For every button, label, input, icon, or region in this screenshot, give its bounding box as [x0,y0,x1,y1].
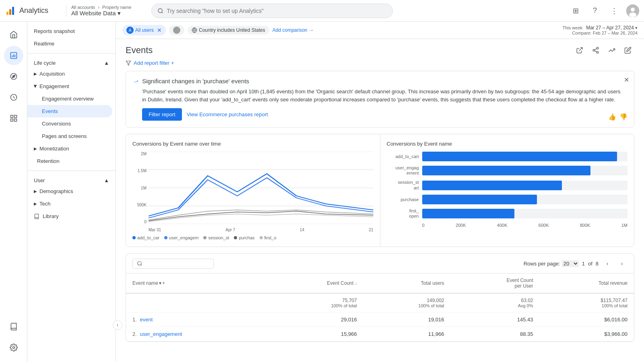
table-body: 75,707 100% of total 149,002 100% of tot… [126,293,634,341]
page-current: 1 [582,261,585,267]
nav-events[interactable]: Events [27,105,112,117]
nav-monetization[interactable]: ▶ Monetization [27,142,116,155]
sidebar-data[interactable] [4,109,23,128]
bar-chart-container: Conversions by Event name add_to_cart us… [380,134,634,247]
add-col-icon[interactable]: + [162,280,165,286]
col-total-revenue[interactable]: Total revenue [539,274,634,293]
lifecycle-section-header[interactable]: Life cycle ▲ [27,57,116,68]
filter-col-icon[interactable]: ▾ [159,280,161,286]
sidebar-reports[interactable] [4,46,23,65]
nav-retention[interactable]: Retention [27,155,116,167]
col-event-name[interactable]: Event name ▾ + [126,274,267,293]
table-search[interactable] [132,259,214,269]
thumbs-down-icon[interactable]: 👎 [619,113,627,121]
svg-rect-18 [14,119,17,121]
svg-rect-17 [10,119,13,121]
svg-point-23 [597,47,599,49]
sidebar-settings[interactable] [4,338,23,357]
table-search-input[interactable] [145,261,209,267]
share2-icon[interactable] [589,44,602,57]
table-toolbar: Rows per page: 20 50 100 1 of 8 ‹ › [126,254,634,274]
line-chart-container: Conversions by Event name over time 2M 1… [126,134,380,247]
svg-point-3 [158,8,162,12]
sidebar-home[interactable] [4,25,23,44]
y-axis: 2M 1.5M 1M 500K 0 [132,152,147,224]
nav-acquisition[interactable]: ▶ Acquisition [27,68,116,80]
all-users-avatar: A [126,27,134,34]
insight-card: Significant changes in 'purchase' events… [126,71,634,128]
nav-conversions[interactable]: Conversions [27,117,112,130]
nav-realtime[interactable]: Realtime [27,37,116,50]
trend-icon[interactable] [605,44,618,57]
svg-marker-13 [12,75,15,78]
add-comparison-btn[interactable]: Add comparison → [272,27,314,33]
app-title: Analytics [19,6,48,15]
share-icon[interactable] [573,44,586,57]
svg-point-24 [593,49,595,51]
date-range-selector[interactable]: This week Mar 27 – Apr 27, 2024 ▾ Compar… [562,25,638,35]
sidebar-advertising[interactable] [4,88,23,107]
table-search-icon [137,261,142,266]
search-bar[interactable] [151,4,393,18]
nav-sidebar: Reports snapshot Realtime Life cycle ▲ ▶… [27,22,116,362]
col-event-per-user[interactable]: Event Countper User [451,274,540,293]
property-selector[interactable]: All accounts › Property name All Website… [66,5,147,17]
all-users-chip[interactable]: A All users ✕ [122,25,166,35]
nav-reports-snapshot[interactable]: Reports snapshot [27,25,116,37]
remove-all-users-chip[interactable]: ✕ [157,27,162,33]
thumbs-up-icon[interactable]: 👍 [608,113,616,121]
next-page-button[interactable]: › [616,258,627,269]
filter-report-button[interactable]: Filter report [142,108,182,121]
nav-engagement[interactable]: ▶ Engagement [27,80,116,93]
country-chip[interactable]: Country includes United States [188,26,269,35]
chevron-up-icon: ▲ [104,60,109,66]
user-section-header[interactable]: User ▲ [27,174,116,185]
insight-actions: Filter report View Ecommerce purchases r… [142,108,626,121]
nav-tech[interactable]: ▶ Tech [27,197,116,210]
help-icon[interactable]: ? [588,4,602,18]
sidebar-explore[interactable] [4,67,23,86]
icon-sidebar-bottom [4,317,23,362]
view-ecommerce-link[interactable]: View Ecommerce purchases report [187,111,268,117]
apps-icon[interactable]: ⊞ [568,4,583,18]
chevron-right-icon-2: ▶ [34,146,37,151]
segment-icon [173,27,180,34]
chevron-right-icon-4: ▶ [34,202,37,206]
nav-demographics[interactable]: ▶ Demographics [27,185,116,197]
segment-chip[interactable] [169,25,184,35]
svg-line-35 [141,265,142,266]
svg-point-19 [12,347,14,349]
account-dropdown[interactable]: All Website Data ▾ [71,10,142,17]
main-content: A All users ✕ Country includes United St… [116,22,644,362]
page-actions [573,44,634,57]
nav-library[interactable]: Library [27,210,116,222]
table-header: Event name ▾ + Event Count ↓ Total users… [126,274,634,293]
rows-per-page[interactable]: Rows per page: 20 50 100 [524,260,579,267]
bar-row-4: purchase [387,195,628,204]
close-insight-button[interactable]: ✕ [624,76,629,84]
prev-page-button[interactable]: ‹ [602,258,613,269]
nav-divider-1 [27,53,116,53]
more-icon[interactable]: ⋮ [607,4,621,18]
nav-pages-screens[interactable]: Pages and screens [27,130,112,142]
add-filter-button[interactable]: Add report filter + [134,60,174,66]
rows-per-page-select[interactable]: 20 50 100 [562,260,579,267]
filter-bar: A All users ✕ Country includes United St… [116,22,644,39]
insight-feedback: 👍 👎 [608,113,627,121]
chevron-right-icon-3: ▶ [34,189,37,193]
sort-icon: ↓ [355,281,357,286]
col-event-count[interactable]: Event Count ↓ [267,274,363,293]
topbar-actions: ⊞ ? ⋮ [568,4,639,18]
filter-icon [126,60,131,66]
search-input[interactable] [167,8,387,14]
main-layout: Reports snapshot Realtime Life cycle ▲ ▶… [0,22,644,362]
chevron-up-icon-2: ▲ [104,177,109,183]
nav-engagement-overview[interactable]: Engagement overview [27,93,112,105]
svg-line-4 [162,12,163,13]
edit-icon[interactable] [621,44,634,57]
col-total-users[interactable]: Total users [363,274,451,293]
svg-rect-15 [10,115,13,118]
avatar[interactable] [626,4,639,17]
sidebar-library[interactable] [4,317,23,336]
collapse-sidebar-button[interactable]: ‹ [113,320,122,330]
